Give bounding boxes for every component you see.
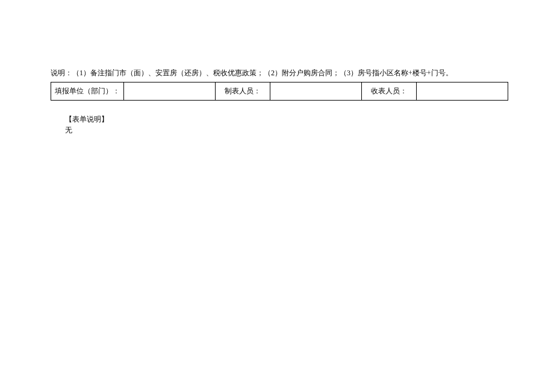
preparer-label: 制表人员： — [216, 82, 270, 101]
receiver-label: 收表人员： — [362, 82, 417, 101]
form-notes-body: 无 — [51, 125, 508, 135]
signoff-table: 填报单位（部门）： 制表人员： 收表人员： — [51, 82, 508, 101]
document-body: 说明：（1）备注指门市（面）、安置房（还房）、税收优惠政策；（2）附分户购房合同… — [0, 0, 554, 135]
form-notes-heading: 【表单说明】 — [51, 114, 508, 125]
preparer-value — [270, 82, 362, 101]
receiver-value — [417, 82, 508, 101]
reporting-unit-value — [124, 82, 216, 101]
table-row: 填报单位（部门）： 制表人员： 收表人员： — [51, 82, 508, 101]
explanation-text: 说明：（1）备注指门市（面）、安置房（还房）、税收优惠政策；（2）附分户购房合同… — [51, 67, 508, 78]
reporting-unit-label: 填报单位（部门）： — [51, 82, 124, 101]
